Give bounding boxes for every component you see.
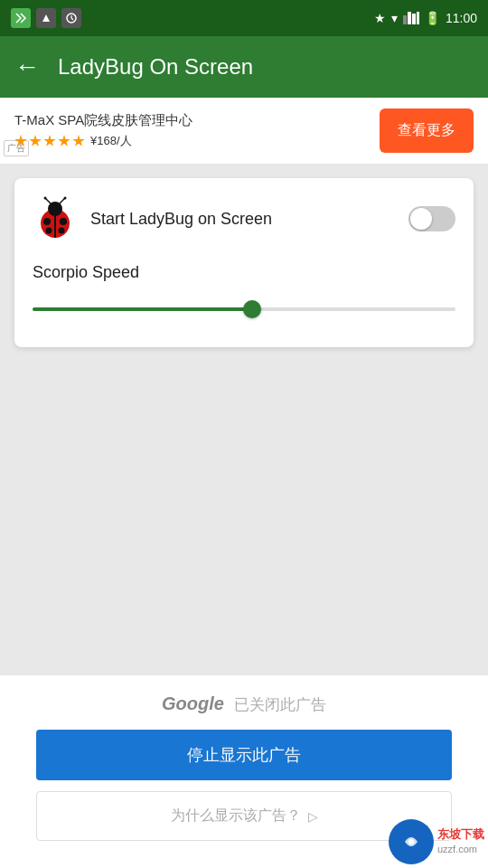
toggle-label: Start LadyBug on Screen — [90, 210, 272, 229]
slider-track — [33, 307, 455, 311]
speed-label: Scorpio Speed — [33, 263, 455, 282]
clock: 11:00 — [446, 11, 477, 25]
svg-point-9 — [60, 218, 67, 225]
app-bar-title: LadyBug On Screen — [58, 54, 253, 80]
why-ad-label: 为什么显示该广告？ — [171, 807, 301, 826]
ad-price: ¥168/人 — [90, 133, 132, 149]
status-bar: ★ ▾ 🔋 11:00 — [0, 0, 488, 36]
watermark-text-block: 东坡下载 uzzf.com — [437, 827, 484, 855]
svg-point-8 — [43, 218, 51, 225]
ad-title: T-MaX SPA院线皮肤管理中心 — [14, 112, 380, 129]
settings-card: Start LadyBug on Screen Scorpio Speed — [14, 178, 474, 347]
app-icon-1 — [11, 8, 31, 28]
speed-slider-container[interactable] — [33, 298, 455, 320]
closed-text: 已关闭此广告 — [234, 696, 326, 713]
speed-section: Scorpio Speed — [33, 263, 455, 320]
svg-point-13 — [44, 197, 47, 200]
ad-label: 广告 — [4, 140, 29, 156]
svg-rect-1 — [403, 15, 407, 24]
star-2 — [29, 135, 42, 147]
star-5 — [72, 135, 85, 147]
svg-rect-3 — [412, 14, 416, 24]
watermark-brand: 东坡下载 — [437, 827, 484, 843]
ad-stars: ¥168/人 — [14, 133, 380, 149]
svg-point-11 — [59, 228, 65, 234]
svg-rect-2 — [408, 12, 411, 24]
watermark-logo — [389, 819, 434, 864]
app-icon-3 — [61, 8, 81, 28]
toggle-label-group: Start LadyBug on Screen — [33, 196, 272, 241]
svg-point-10 — [46, 228, 52, 234]
wifi-icon: ▾ — [391, 11, 398, 25]
toggle-row: Start LadyBug on Screen — [33, 196, 455, 241]
status-bar-right: ★ ▾ 🔋 11:00 — [374, 11, 477, 25]
ad-banner: 广告 T-MaX SPA院线皮肤管理中心 ¥168/人 查看更多 — [0, 98, 488, 164]
app-icon-2 — [36, 8, 56, 28]
ladybug-icon — [33, 196, 78, 241]
star-4 — [58, 135, 70, 147]
slider-thumb[interactable] — [243, 300, 261, 318]
main-content: Start LadyBug on Screen Scorpio Speed — [0, 164, 488, 362]
battery-icon: 🔋 — [425, 11, 440, 25]
app-bar: ← LadyBug On Screen — [0, 36, 488, 98]
toggle-knob — [410, 208, 432, 230]
ad-view-more-button[interactable]: 查看更多 — [380, 108, 474, 153]
google-label: Google — [162, 693, 224, 713]
stop-ad-button[interactable]: 停止显示此广告 — [36, 730, 452, 780]
star-icon: ★ — [374, 11, 386, 25]
start-toggle[interactable] — [408, 206, 455, 231]
why-ad-icon: ▷ — [308, 809, 318, 824]
ad-content: T-MaX SPA院线皮肤管理中心 ¥168/人 — [14, 112, 380, 149]
star-3 — [43, 135, 56, 147]
signal-icon — [403, 12, 419, 24]
status-bar-left — [11, 8, 81, 28]
back-button[interactable]: ← — [14, 54, 40, 80]
slider-fill — [33, 307, 252, 311]
svg-point-17 — [408, 839, 414, 844]
watermark: 东坡下载 uzzf.com — [389, 819, 484, 864]
svg-point-15 — [64, 197, 67, 200]
watermark-url: uzzf.com — [437, 843, 484, 855]
svg-rect-4 — [417, 12, 419, 24]
google-closed-text: Google 已关闭此广告 — [36, 693, 452, 715]
